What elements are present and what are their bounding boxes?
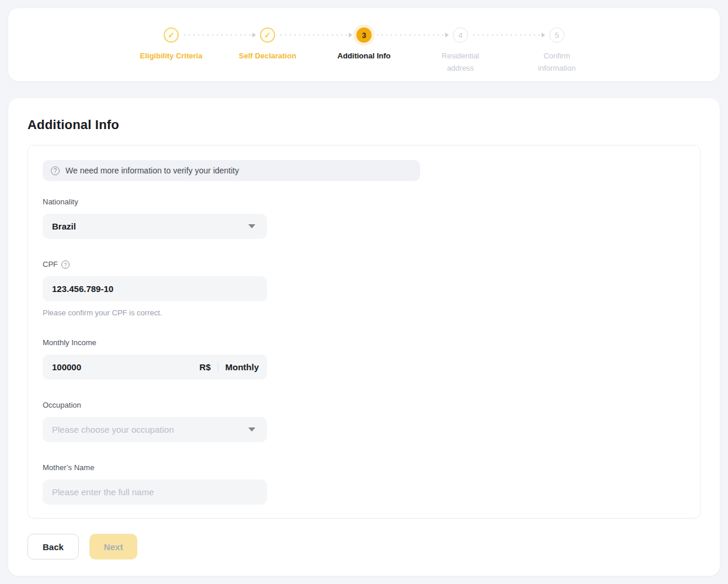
monthly-income-input[interactable] — [52, 362, 199, 372]
occupation-placeholder: Please choose your occupation — [52, 425, 248, 434]
form-actions: Back Next — [27, 534, 701, 559]
step-circle-current: 3 — [356, 27, 372, 43]
cpf-label-text: CPF — [43, 260, 58, 269]
currency-unit: R$ — [199, 362, 210, 372]
stepper-connector — [377, 34, 448, 36]
nationality-selected-value: Brazil — [52, 221, 248, 231]
stepper-connector — [473, 34, 544, 36]
mothers-name-input[interactable] — [52, 487, 259, 497]
step-number: 5 — [554, 31, 559, 40]
cpf-field-group: CPF ? Please confirm your CPF is correct… — [43, 260, 685, 317]
monthly-income-suffix: R$ Monthly — [199, 362, 259, 373]
monthly-income-field-group: Monthly Income R$ Monthly — [43, 338, 685, 380]
cpf-helper-text: Please confirm your CPF is correct. — [43, 308, 685, 317]
cpf-input-box — [43, 276, 267, 301]
step-label: Confirm information — [528, 50, 586, 74]
mothers-name-input-box — [43, 479, 267, 505]
stepper-card: ✓ Eligibility Criteria ✓ Self Declaratio… — [8, 8, 720, 81]
cpf-input[interactable] — [52, 284, 259, 294]
question-circle-icon: ? — [51, 166, 60, 175]
step-circle-done: ✓ — [260, 27, 275, 43]
occupation-select[interactable]: Please choose your occupation — [43, 417, 267, 442]
stepper: ✓ Eligibility Criteria ✓ Self Declaratio… — [8, 8, 720, 74]
nationality-select[interactable]: Brazil — [43, 214, 267, 239]
step-label: Residential address — [431, 50, 490, 74]
stepper-step-confirm-information: 5 Confirm information — [509, 27, 605, 74]
stepper-connector — [184, 34, 255, 36]
occupation-label: Occupation — [43, 401, 685, 409]
step-number: 3 — [362, 31, 366, 40]
check-icon: ✓ — [264, 30, 271, 40]
main-card: Additional Info ? We need more informati… — [8, 98, 720, 576]
nationality-field-group: Nationality Brazil — [43, 197, 685, 239]
step-circle-done: ✓ — [164, 27, 179, 43]
step-number: 4 — [458, 31, 462, 40]
step-circle-upcoming: 5 — [549, 27, 564, 43]
income-period: Monthly — [226, 362, 259, 372]
mothers-name-label: Mother’s Name — [43, 463, 685, 472]
monthly-income-input-box: R$ Monthly — [43, 354, 267, 380]
cpf-label: CPF ? — [43, 260, 685, 269]
banner-text: We need more information to verify your … — [65, 166, 239, 175]
check-icon: ✓ — [168, 30, 175, 40]
step-label: Eligibility Criteria — [140, 50, 203, 62]
step-circle-upcoming: 4 — [453, 27, 468, 43]
step-label: Self Declaration — [239, 50, 296, 62]
chevron-down-icon — [248, 427, 255, 432]
back-button[interactable]: Back — [27, 534, 79, 559]
monthly-income-label: Monthly Income — [43, 338, 685, 347]
form-panel: ? We need more information to verify you… — [27, 145, 701, 519]
divider — [218, 362, 219, 373]
page: ✓ Eligibility Criteria ✓ Self Declaratio… — [0, 8, 728, 576]
info-banner: ? We need more information to verify you… — [43, 160, 420, 181]
stepper-connector — [280, 34, 351, 36]
step-label: Additional Info — [338, 50, 391, 62]
nationality-label: Nationality — [43, 197, 685, 206]
mothers-name-field-group: Mother’s Name — [43, 463, 685, 505]
cpf-help-icon[interactable]: ? — [61, 260, 70, 269]
next-button[interactable]: Next — [89, 534, 138, 559]
occupation-field-group: Occupation Please choose your occupation — [43, 401, 685, 442]
page-title: Additional Info — [27, 117, 701, 133]
chevron-down-icon — [248, 224, 255, 228]
